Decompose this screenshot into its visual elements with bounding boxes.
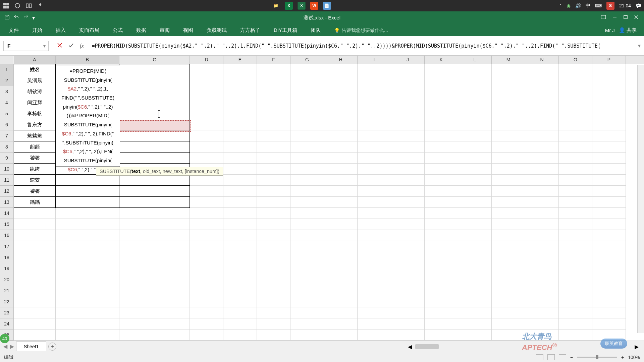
col-header-F[interactable]: F xyxy=(257,56,290,64)
minimize-icon[interactable] xyxy=(612,15,617,21)
cell-M8[interactable] xyxy=(492,141,525,153)
cell-O25[interactable] xyxy=(559,329,592,341)
cell-K10[interactable] xyxy=(425,164,458,175)
cell-D5[interactable] xyxy=(190,108,223,119)
cell-H1[interactable] xyxy=(324,64,358,75)
cell-A15[interactable] xyxy=(14,219,56,230)
cell-F9[interactable] xyxy=(257,153,290,164)
cell-K13[interactable] xyxy=(425,197,458,208)
tab-insert[interactable]: 插入 xyxy=(49,24,72,36)
cell-F13[interactable] xyxy=(257,197,290,208)
clock[interactable]: 21:04 xyxy=(619,3,631,8)
cell-L10[interactable] xyxy=(458,164,492,175)
cell-J20[interactable] xyxy=(391,274,425,285)
cell-F23[interactable] xyxy=(257,307,290,318)
cell-B19[interactable] xyxy=(56,263,119,274)
row-header-22[interactable]: 22 xyxy=(0,296,13,307)
cell-K17[interactable] xyxy=(425,241,458,252)
cell-I1[interactable] xyxy=(358,64,391,75)
cell-A21[interactable] xyxy=(14,285,56,296)
cell-D23[interactable] xyxy=(190,307,223,318)
cell-A25[interactable] xyxy=(14,329,56,341)
cell-O11[interactable] xyxy=(559,175,592,186)
notepad-icon[interactable]: 📄 xyxy=(323,2,331,10)
cell-H5[interactable] xyxy=(324,108,358,119)
tab-view[interactable]: 视图 xyxy=(176,24,200,36)
cell-P18[interactable] xyxy=(592,252,626,263)
cell-H20[interactable] xyxy=(324,274,358,285)
cell-A6[interactable]: 鲁东方 xyxy=(14,119,56,130)
zoom-out-icon[interactable]: − xyxy=(570,355,573,360)
cell-M7[interactable] xyxy=(492,130,525,141)
cell-O13[interactable] xyxy=(559,197,592,208)
cell-E7[interactable] xyxy=(223,130,257,141)
share-button[interactable]: 👤 共享 xyxy=(619,27,637,34)
cell-O10[interactable] xyxy=(559,164,592,175)
cell-N14[interactable] xyxy=(525,208,559,219)
cell-O19[interactable] xyxy=(559,263,592,274)
cell-A13[interactable]: 踽踽 xyxy=(14,197,56,208)
cell-M20[interactable] xyxy=(492,274,525,285)
cell-F1[interactable] xyxy=(257,64,290,75)
cell-H15[interactable] xyxy=(324,219,358,230)
row-header-14[interactable]: 14 xyxy=(0,208,13,219)
cell-F19[interactable] xyxy=(257,263,290,274)
cell-H6[interactable] xyxy=(324,119,358,130)
cell-N24[interactable] xyxy=(525,318,559,329)
cell-J10[interactable] xyxy=(391,164,425,175)
cell-D25[interactable] xyxy=(190,329,223,341)
cell-D7[interactable] xyxy=(190,130,223,141)
horizontal-scrollbar[interactable]: ◀▶ xyxy=(406,343,641,350)
cell-P13[interactable] xyxy=(592,197,626,208)
row-header-5[interactable]: 5 xyxy=(0,108,13,119)
cell-I13[interactable] xyxy=(358,197,391,208)
cell-H13[interactable] xyxy=(324,197,358,208)
cell-K8[interactable] xyxy=(425,141,458,153)
start-icon[interactable] xyxy=(3,2,9,9)
cell-N18[interactable] xyxy=(525,252,559,263)
cell-B12[interactable] xyxy=(56,186,119,197)
col-header-C[interactable]: C xyxy=(119,56,190,64)
cell-P4[interactable] xyxy=(592,97,626,108)
cell-F5[interactable] xyxy=(257,108,290,119)
cell-M6[interactable] xyxy=(492,119,525,130)
cell-B17[interactable] xyxy=(56,241,119,252)
row-header-7[interactable]: 7 xyxy=(0,130,13,141)
volume-icon[interactable]: 🔊 xyxy=(575,3,581,8)
cell-J5[interactable] xyxy=(391,108,425,119)
cell-B20[interactable] xyxy=(56,274,119,285)
cell-P11[interactable] xyxy=(592,175,626,186)
cell-H4[interactable] xyxy=(324,97,358,108)
cell-K11[interactable] xyxy=(425,175,458,186)
expand-formula-icon[interactable]: ▾ xyxy=(635,43,644,49)
cell-B11[interactable] xyxy=(56,175,119,186)
cell-O23[interactable] xyxy=(559,307,592,318)
save-icon[interactable] xyxy=(4,14,10,21)
cell-D21[interactable] xyxy=(190,285,223,296)
cell-C13[interactable] xyxy=(119,197,190,208)
cell-G6[interactable] xyxy=(290,119,324,130)
cell-K24[interactable] xyxy=(425,318,458,329)
cell-B25[interactable] xyxy=(56,329,119,341)
cell-L21[interactable] xyxy=(458,285,492,296)
cell-J11[interactable] xyxy=(391,175,425,186)
cell-F7[interactable] xyxy=(257,130,290,141)
cell-G10[interactable] xyxy=(290,164,324,175)
cell-L13[interactable] xyxy=(458,197,492,208)
col-header-L[interactable]: L xyxy=(458,56,492,64)
cell-C1[interactable] xyxy=(119,64,190,75)
cell-L5[interactable] xyxy=(458,108,492,119)
cell-N16[interactable] xyxy=(525,230,559,241)
cell-K12[interactable] xyxy=(425,186,458,197)
cell-D1[interactable] xyxy=(190,64,223,75)
cell-C16[interactable] xyxy=(119,230,190,241)
row-header-20[interactable]: 20 xyxy=(0,274,13,285)
cell-I21[interactable] xyxy=(358,285,391,296)
cell-H18[interactable] xyxy=(324,252,358,263)
cell-I24[interactable] xyxy=(358,318,391,329)
cell-D14[interactable] xyxy=(190,208,223,219)
cell-A24[interactable] xyxy=(14,318,56,329)
cell-A17[interactable] xyxy=(14,241,56,252)
cell-O20[interactable] xyxy=(559,274,592,285)
cell-G18[interactable] xyxy=(290,252,324,263)
